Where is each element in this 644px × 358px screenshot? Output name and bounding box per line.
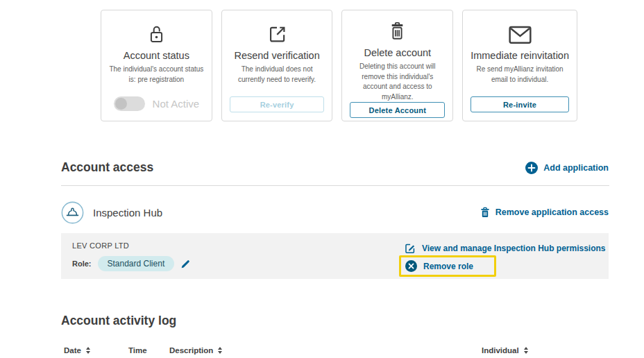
column-label: Description <box>169 346 213 355</box>
organisation-role-row: LEV CORP LTD Role: Standard Client <box>61 233 609 279</box>
column-header-date[interactable]: Date <box>64 346 90 355</box>
remove-application-access-label: Remove application access <box>495 207 609 217</box>
re-invite-button[interactable]: Re-invite <box>471 96 569 112</box>
card-account-status: Account status The individual's account … <box>101 10 212 121</box>
external-link-icon <box>267 21 287 44</box>
toggle-label: Not Active <box>153 98 200 110</box>
manage-permissions-label: View and manage Inspection Hub permissio… <box>422 244 606 253</box>
edit-role-pencil-icon[interactable] <box>180 259 191 269</box>
account-status-toggle-row: Not Active <box>109 96 204 111</box>
toggle-knob <box>115 98 127 110</box>
edit-square-icon <box>405 243 416 254</box>
role-value-pill[interactable]: Standard Client <box>98 256 175 271</box>
card-immediate-reinvitation: Immediate reinvitation Re send myAllianz… <box>462 10 577 121</box>
account-management-page: Account status The individual's account … <box>0 0 644 358</box>
sort-icon[interactable] <box>218 347 222 354</box>
hard-hat-icon <box>61 201 84 224</box>
delete-account-button[interactable]: Delete Account <box>350 102 445 118</box>
add-application-button[interactable]: Add application <box>525 162 609 174</box>
organisation-name: LEV CORP LTD <box>72 239 191 250</box>
add-application-label: Add application <box>543 163 609 173</box>
trash-icon-small <box>480 207 490 218</box>
organisation-details: LEV CORP LTD Role: Standard Client <box>72 239 191 279</box>
column-label: Individual <box>482 346 519 355</box>
organisation-actions: View and manage Inspection Hub permissio… <box>405 239 598 279</box>
sort-icon[interactable] <box>524 347 528 354</box>
column-header-time: Time <box>128 346 147 355</box>
plus-circle-icon <box>525 162 538 174</box>
account-action-cards: Account status The individual's account … <box>101 10 577 121</box>
mail-icon <box>509 21 532 44</box>
card-description: Deleting this account will remove this i… <box>350 62 445 102</box>
account-status-toggle[interactable] <box>114 96 145 111</box>
card-title: Immediate reinvitation <box>471 50 569 61</box>
column-label: Time <box>128 346 147 355</box>
column-header-individual[interactable]: Individual <box>482 346 528 355</box>
card-title: Resend verification <box>234 50 319 61</box>
card-title: Account status <box>124 50 189 61</box>
remove-role-button[interactable]: Remove role <box>405 260 473 272</box>
column-label: Date <box>64 346 81 355</box>
card-delete-account: Delete account Deleting this account wil… <box>341 10 453 121</box>
role-line: Role: Standard Client <box>72 256 191 271</box>
card-description: The individual's account status is: pre … <box>109 65 204 85</box>
role-label: Role: <box>72 259 92 268</box>
account-access-heading: Account access <box>61 160 153 175</box>
unlock-icon <box>147 21 166 44</box>
x-circle-icon <box>405 260 417 272</box>
application-name: Inspection Hub <box>93 207 162 219</box>
manage-permissions-link[interactable]: View and manage Inspection Hub permissio… <box>405 243 606 254</box>
trash-icon <box>388 21 407 42</box>
remove-application-access-button[interactable]: Remove application access <box>480 207 609 218</box>
application-row: Inspection Hub Remove application access <box>61 199 609 225</box>
card-title: Delete account <box>364 47 431 58</box>
sort-icon[interactable] <box>86 347 90 354</box>
card-description: The individual does not currently need t… <box>230 65 325 85</box>
remove-role-label: Remove role <box>423 262 473 271</box>
application-identity: Inspection Hub <box>61 201 162 224</box>
column-header-description[interactable]: Description <box>169 346 222 355</box>
section-divider <box>61 185 609 186</box>
activity-log-table-header: Date Time Description Individual <box>61 346 609 358</box>
activity-log-heading: Account activity log <box>61 314 176 328</box>
card-resend-verification: Resend verification The individual does … <box>221 10 333 121</box>
account-access-header: Account access Add application <box>61 160 609 175</box>
card-description: Re send myAllianz invitation email to in… <box>471 65 569 85</box>
remove-role-highlight-box: Remove role <box>399 255 496 277</box>
re-verify-button[interactable]: Re-verify <box>230 96 325 112</box>
